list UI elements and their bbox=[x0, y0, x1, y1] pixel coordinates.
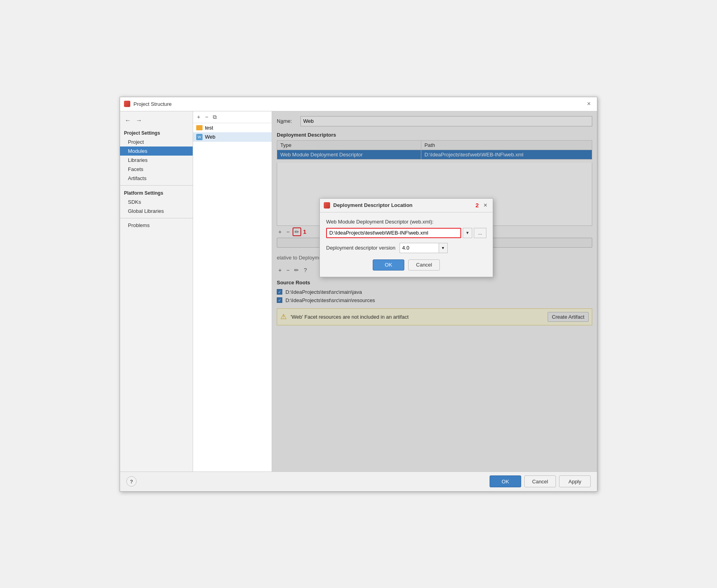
tree-add-button[interactable]: + bbox=[195, 113, 202, 121]
modal-title: Deployment Descriptor Location bbox=[333, 202, 413, 208]
tree-remove-button[interactable]: − bbox=[203, 113, 210, 121]
modal-descriptor-label: Web Module Deployment Descriptor (web.xm… bbox=[326, 219, 486, 225]
modal-cancel-button[interactable]: Cancel bbox=[408, 259, 440, 271]
forward-button[interactable]: → bbox=[134, 116, 144, 125]
project-settings-label: Project Settings bbox=[120, 128, 193, 137]
modal-overlay: Deployment Descriptor Location 2 × Web M… bbox=[272, 111, 597, 472]
modal-path-row: ▼ ... bbox=[326, 228, 486, 238]
dropdown-arrow-icon: ▼ bbox=[465, 231, 469, 235]
modal-close-button[interactable]: × bbox=[482, 201, 489, 210]
sidebar-item-artifacts[interactable]: Artifacts bbox=[120, 174, 193, 183]
modal-path-input[interactable] bbox=[326, 228, 461, 238]
modal-ok-button[interactable]: OK bbox=[373, 259, 404, 271]
sidebar-item-facets[interactable]: Facets bbox=[120, 165, 193, 174]
main-content: ← → Project Settings Project Modules Lib… bbox=[120, 111, 597, 472]
ok-button[interactable]: OK bbox=[490, 475, 521, 487]
close-button[interactable]: × bbox=[585, 100, 593, 108]
modal-version-row: Deployment descriptor version ▼ bbox=[326, 243, 486, 253]
back-button[interactable]: ← bbox=[123, 116, 133, 125]
deployment-descriptor-dialog: Deployment Descriptor Location 2 × Web M… bbox=[319, 198, 493, 277]
tree-item-test[interactable]: test bbox=[193, 123, 272, 132]
bottom-bar: ? OK Cancel Apply bbox=[120, 472, 597, 491]
modal-version-input[interactable] bbox=[400, 243, 439, 253]
folder-icon bbox=[196, 125, 203, 130]
modal-titlebar: Deployment Descriptor Location 2 × bbox=[320, 199, 493, 212]
right-panel: Name: Deployment Descriptors Type Path bbox=[272, 111, 597, 472]
app-icon bbox=[124, 101, 130, 107]
cancel-button[interactable]: Cancel bbox=[524, 475, 556, 487]
modal-title-left: Deployment Descriptor Location bbox=[324, 202, 413, 209]
tree-item-web[interactable]: W Web bbox=[193, 132, 272, 142]
title-bar: Project Structure × bbox=[120, 97, 597, 111]
sidebar-item-modules[interactable]: Modules bbox=[120, 147, 193, 156]
tree-copy-button[interactable]: ⧉ bbox=[211, 113, 218, 121]
sidebar-item-sdks[interactable]: SDKs bbox=[120, 197, 193, 207]
module-tree: + − ⧉ test W Web bbox=[193, 111, 272, 472]
sidebar-divider bbox=[120, 185, 193, 186]
main-window: Project Structure × ← → Project Settings… bbox=[120, 97, 597, 492]
step-number-2: 2 bbox=[475, 202, 479, 209]
window-title: Project Structure bbox=[133, 101, 172, 107]
sidebar-nav: ← → bbox=[120, 115, 193, 128]
modal-browse-button[interactable]: ... bbox=[474, 228, 486, 238]
help-button[interactable]: ? bbox=[126, 476, 137, 487]
modal-version-dropdown[interactable]: ▼ bbox=[439, 243, 448, 253]
platform-settings-label: Platform Settings bbox=[120, 188, 193, 197]
modal-app-icon bbox=[324, 202, 330, 209]
sidebar-item-problems[interactable]: Problems bbox=[120, 221, 193, 230]
modal-version-label: Deployment descriptor version bbox=[326, 245, 396, 251]
title-bar-left: Project Structure bbox=[124, 101, 172, 107]
sidebar-item-libraries[interactable]: Libraries bbox=[120, 156, 193, 165]
modal-body: Web Module Deployment Descriptor (web.xm… bbox=[320, 212, 493, 277]
sidebar-item-project[interactable]: Project bbox=[120, 137, 193, 147]
sidebar-item-global-libraries[interactable]: Global Libraries bbox=[120, 207, 193, 216]
tree-toolbar: + − ⧉ bbox=[193, 111, 272, 123]
modal-path-dropdown[interactable]: ▼ bbox=[463, 228, 472, 238]
modal-buttons: OK Cancel bbox=[326, 259, 486, 271]
sidebar-divider-2 bbox=[120, 218, 193, 218]
web-icon: W bbox=[196, 134, 203, 140]
apply-button[interactable]: Apply bbox=[559, 475, 591, 487]
content-area: + − ⧉ test W Web Name: bbox=[193, 111, 597, 472]
sidebar: ← → Project Settings Project Modules Lib… bbox=[120, 111, 193, 472]
